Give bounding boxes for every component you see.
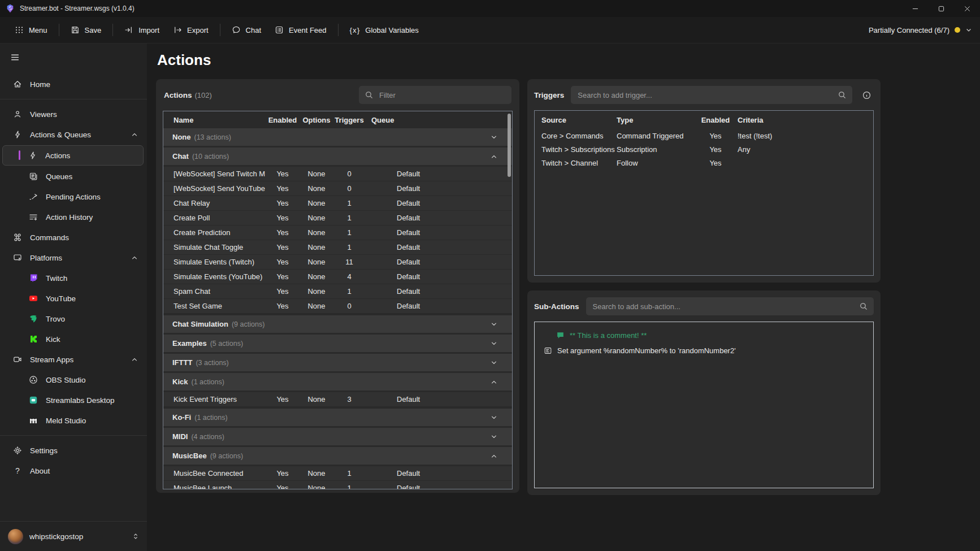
triggers-table-header: SourceTypeEnabledCriteria bbox=[535, 111, 873, 129]
bolt-icon bbox=[12, 130, 23, 139]
trigger-search-input[interactable] bbox=[576, 90, 833, 100]
chevron-down-icon bbox=[491, 433, 497, 440]
sidebar-item-action-history[interactable]: Action History bbox=[0, 207, 147, 227]
sidebar-item-label: Pending Actions bbox=[46, 193, 101, 201]
action-cell-name: MusicBee Connected bbox=[163, 469, 265, 478]
toolbar-event-feed-button[interactable]: Event Feed bbox=[268, 21, 333, 38]
trigger-cell-enabled: Yes bbox=[693, 132, 738, 140]
sidebar-item-kick[interactable]: Kick bbox=[0, 329, 147, 349]
sub-action-row[interactable]: ** This is a comment! ** bbox=[535, 328, 873, 343]
sidebar-item-stream-apps[interactable]: Stream Apps bbox=[0, 349, 147, 370]
subaction-search-input[interactable] bbox=[592, 302, 855, 311]
action-cell-triggers: 1 bbox=[333, 469, 366, 478]
connection-status-button[interactable]: Partially Connected (6/7) bbox=[869, 26, 972, 34]
sidebar-item-meld-studio[interactable]: Meld Studio bbox=[0, 410, 147, 431]
minimize-button[interactable] bbox=[902, 0, 928, 17]
toolbar-save-button[interactable]: Save bbox=[64, 21, 109, 38]
actions-table-header: NameEnabledOptionsTriggersQueue bbox=[163, 111, 512, 128]
sidebar-item-label: Commands bbox=[30, 233, 69, 242]
triggers-table: SourceTypeEnabledCriteria Core > Command… bbox=[534, 110, 874, 276]
action-group-header[interactable]: MusicBee(9 actions) bbox=[163, 447, 512, 465]
action-cell-enabled: Yes bbox=[265, 395, 300, 404]
toolbar-export-button[interactable]: Export bbox=[166, 21, 215, 38]
action-group-header[interactable]: Chat(10 actions) bbox=[163, 147, 512, 165]
action-group-header[interactable]: Examples(5 actions) bbox=[163, 335, 512, 352]
sidebar-item-actions[interactable]: Actions bbox=[2, 145, 144, 166]
action-row[interactable]: MusicBee LaunchYesNone1Default bbox=[163, 481, 512, 489]
action-row[interactable]: Chat RelayYesNone1Default bbox=[163, 196, 512, 211]
toolbar-chat-label: Chat bbox=[246, 26, 261, 34]
action-cell-options: None bbox=[300, 170, 333, 178]
connection-status-label: Partially Connected (6/7) bbox=[869, 26, 949, 34]
filter-input[interactable] bbox=[378, 90, 506, 100]
action-row[interactable]: Spam ChatYesNone1Default bbox=[163, 284, 512, 299]
user-account-button[interactable]: whipstickgostop bbox=[0, 521, 147, 551]
action-group-header[interactable]: Chat Simulation(9 actions) bbox=[163, 315, 512, 333]
trigger-column-criteria: Criteria bbox=[738, 116, 866, 124]
column-header-triggers: Triggers bbox=[333, 116, 366, 124]
action-row[interactable]: [WebSocket] Send Twitch MessYesNone0Defa… bbox=[163, 167, 512, 181]
action-row[interactable]: Simulate Chat ToggleYesNone1Default bbox=[163, 240, 512, 255]
toolbar-import-button[interactable]: Import bbox=[118, 21, 166, 38]
sidebar-item-twitch[interactable]: Twitch bbox=[0, 268, 147, 288]
sidebar-item-youtube[interactable]: YouTube bbox=[0, 288, 147, 309]
action-row[interactable]: Simulate Events (YouTube)YesNone4Default bbox=[163, 270, 512, 284]
subaction-search-box[interactable] bbox=[586, 297, 874, 315]
trigger-row[interactable]: Twitch > ChannelFollowYes bbox=[535, 156, 873, 170]
toolbar-menu-label: Menu bbox=[29, 26, 47, 34]
actions-panel-title: Actions bbox=[164, 91, 192, 99]
sidebar-item-obs-studio[interactable]: OBS Studio bbox=[0, 370, 147, 390]
sidebar-item-actions-queues[interactable]: Actions & Queues bbox=[0, 124, 147, 145]
toolbar-global-variables-label: Global Variables bbox=[365, 26, 418, 34]
toolbar-separator bbox=[59, 24, 59, 36]
sidebar-item-platforms[interactable]: Platforms bbox=[0, 248, 147, 268]
trigger-row[interactable]: Twitch > SubscriptionsSubscriptionYesAny bbox=[535, 142, 873, 156]
hamburger-menu-button[interactable] bbox=[6, 49, 24, 65]
sub-action-row[interactable]: Set argument %randomNumber% to 'randomNu… bbox=[535, 343, 873, 358]
action-cell-triggers: 1 bbox=[333, 243, 366, 251]
action-cell-enabled: Yes bbox=[265, 214, 300, 222]
sidebar-item-commands[interactable]: Commands bbox=[0, 227, 147, 248]
home-icon bbox=[12, 80, 23, 89]
sidebar-item-trovo[interactable]: Trovo bbox=[0, 309, 147, 329]
info-icon[interactable] bbox=[859, 90, 874, 100]
sidebar-item-streamlabs-desktop[interactable]: Streamlabs Desktop bbox=[0, 390, 147, 410]
action-group-header[interactable]: Ko-Fi(1 actions) bbox=[163, 409, 512, 426]
action-row[interactable]: Create PollYesNone1Default bbox=[163, 211, 512, 225]
close-button[interactable] bbox=[954, 0, 980, 17]
sidebar-item-settings[interactable]: Settings bbox=[0, 440, 147, 461]
action-row[interactable]: MusicBee ConnectedYesNone1Default bbox=[163, 466, 512, 481]
toolbar-separator bbox=[112, 24, 113, 36]
actions-scrollbar-thumb[interactable] bbox=[508, 114, 511, 177]
actions-table-body: None(13 actions)Chat(10 actions)[WebSock… bbox=[163, 128, 512, 489]
sidebar-item-pending-actions[interactable]: Pending Actions bbox=[0, 186, 147, 207]
action-group-name: IFTTT bbox=[172, 358, 192, 367]
toolbar-global-variables-button[interactable]: {x}Global Variables bbox=[343, 22, 426, 38]
toolbar-menu-button[interactable]: Menu bbox=[8, 21, 54, 38]
trigger-search-box[interactable] bbox=[571, 86, 852, 104]
action-group-header[interactable]: IFTTT(3 actions) bbox=[163, 354, 512, 371]
action-group-name: Examples bbox=[172, 339, 207, 348]
action-row[interactable]: Create PredictionYesNone1Default bbox=[163, 225, 512, 240]
action-row[interactable]: Simulate Events (Twitch)YesNone11Default bbox=[163, 255, 512, 270]
action-group-header[interactable]: Kick(1 actions) bbox=[163, 373, 512, 391]
action-row[interactable]: Test Set GameYesNone0Default bbox=[163, 299, 512, 314]
action-row[interactable]: [WebSocket] Send YouTube MYesNone0Defaul… bbox=[163, 181, 512, 196]
action-group-header[interactable]: None(13 actions) bbox=[163, 128, 512, 146]
sidebar-item-viewers[interactable]: Viewers bbox=[0, 104, 147, 124]
action-row[interactable]: Kick Event TriggersYesNone3Default bbox=[163, 392, 512, 407]
sidebar-item-about[interactable]: ?About bbox=[0, 461, 147, 481]
chevron-down-icon bbox=[491, 340, 497, 347]
status-dot bbox=[955, 27, 960, 33]
action-group-header[interactable]: MIDI(4 actions) bbox=[163, 428, 512, 445]
pending-actions-icon bbox=[28, 192, 38, 201]
action-history-icon bbox=[28, 212, 38, 222]
sidebar-item-home[interactable]: Home bbox=[0, 74, 147, 94]
maximize-button[interactable] bbox=[928, 0, 954, 17]
twitch-icon bbox=[28, 274, 38, 283]
filter-input-box[interactable] bbox=[359, 86, 511, 104]
action-cell-name: Spam Chat bbox=[163, 287, 265, 296]
sidebar-item-queues[interactable]: Queues bbox=[0, 166, 147, 186]
toolbar-chat-button[interactable]: Chat bbox=[225, 21, 268, 38]
trigger-row[interactable]: Core > CommandsCommand TriggeredYes!test… bbox=[535, 129, 873, 142]
